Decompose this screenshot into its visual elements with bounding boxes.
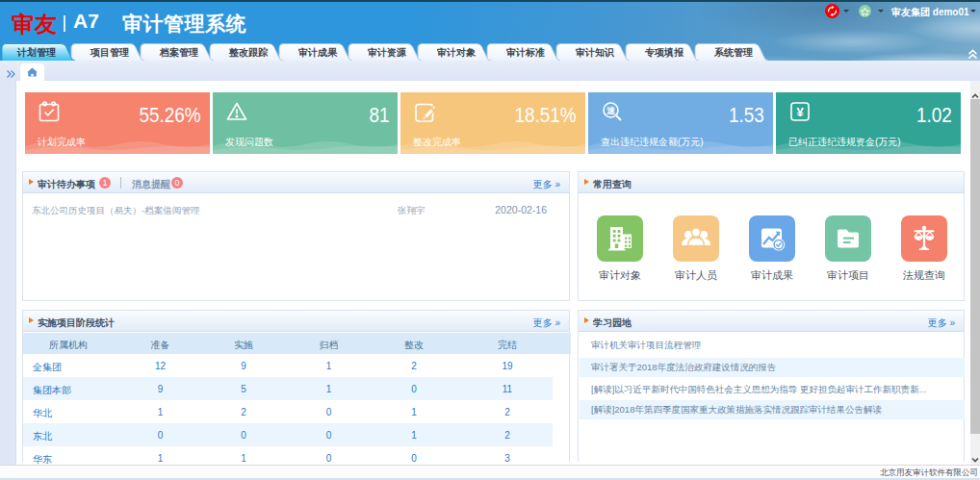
svg-text:¥: ¥ [796,105,804,119]
svg-text:速: 速 [606,106,616,115]
